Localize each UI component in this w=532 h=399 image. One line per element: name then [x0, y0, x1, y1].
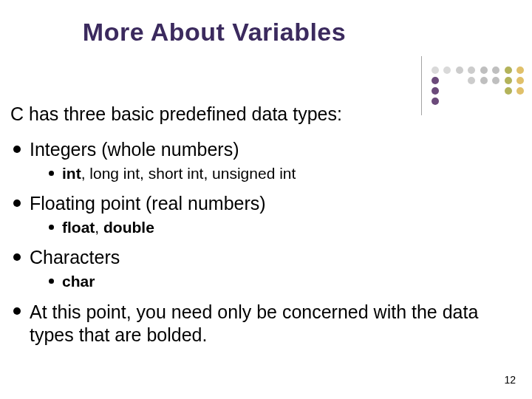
int-rest: , long int, short int, unsigned int: [81, 165, 296, 182]
dot-icon: [468, 77, 475, 84]
title-rule: [421, 56, 422, 115]
subbullet-floating: float, double: [10, 219, 519, 236]
dot-icon: [480, 66, 488, 74]
dot-icon: [432, 66, 439, 74]
subbullet-characters: char: [10, 273, 519, 290]
int-type: int: [62, 165, 81, 182]
char-type: char: [62, 273, 95, 290]
dot-icon: [505, 66, 512, 74]
slide: More About Variables: [0, 0, 532, 399]
dot-icon: [505, 87, 512, 95]
bullet-text: At this point, you need only be concerne…: [30, 301, 478, 345]
dot-icon: [480, 77, 488, 84]
float-type: float: [62, 219, 95, 236]
corner-dots: [432, 65, 532, 96]
intro-text: C has three basic predefined data types:: [10, 103, 342, 125]
bullet-floating: Floating point (real numbers): [10, 193, 519, 214]
double-type: double: [103, 219, 154, 236]
dot-icon: [505, 77, 512, 84]
dot-icon: [456, 66, 463, 74]
dot-icon: [516, 77, 524, 84]
dot-icon: [443, 66, 451, 74]
page-title: More About Variables: [0, 18, 429, 47]
dot-icon: [516, 87, 524, 95]
bullet-text: Characters: [30, 247, 120, 267]
float-sep: ,: [95, 219, 103, 236]
page-number: 12: [504, 374, 516, 386]
subbullet-integers: int, long int, short int, unsigned int: [10, 165, 519, 183]
bullet-text: Floating point (real numbers): [30, 193, 266, 214]
dot-icon: [432, 98, 439, 105]
bullet-integers: Integers (whole numbers): [10, 139, 519, 160]
dot-icon: [468, 66, 475, 74]
content-area: Integers (whole numbers) int, long int, …: [10, 139, 519, 350]
bullet-note: At this point, you need only be concerne…: [10, 301, 519, 347]
dot-icon: [516, 66, 524, 74]
dot-icon: [492, 77, 499, 84]
bullet-characters: Characters: [10, 247, 519, 268]
bullet-text: Integers (whole numbers): [30, 139, 239, 160]
dot-icon: [492, 66, 499, 74]
